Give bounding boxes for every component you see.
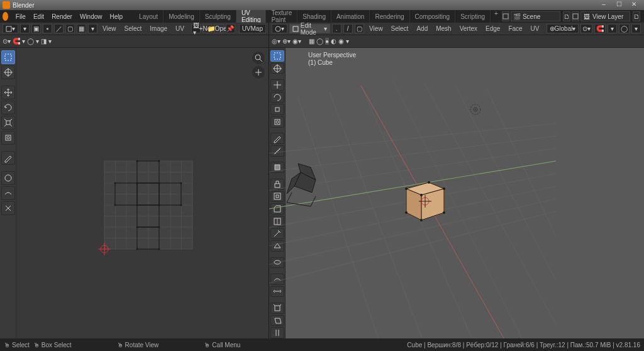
uv-menu-image[interactable]: Image	[147, 25, 170, 32]
uv-canvas[interactable]	[16, 48, 269, 338]
scene-browse-icon[interactable]	[502, 11, 509, 21]
v3d-tool-extrude[interactable]	[270, 179, 284, 190]
uv-sticky-dropdown[interactable]: ▾	[88, 24, 97, 33]
v3d-tool-annotate[interactable]	[270, 133, 284, 144]
mode-dropdown[interactable]: Edit Mode ▾	[289, 24, 330, 33]
tab-texture-paint[interactable]: Texture Paint	[266, 10, 297, 23]
uv-propedit-dropdown[interactable]: ▾	[36, 38, 39, 45]
menu-file[interactable]: File	[12, 13, 30, 20]
shading-matprev[interactable]: ◐	[331, 38, 336, 45]
propedit-dropdown[interactable]: ▾	[631, 24, 641, 33]
menu-window[interactable]: Window	[76, 13, 106, 20]
tool-cursor[interactable]	[1, 65, 15, 79]
uv-menu-select[interactable]: Select	[121, 25, 145, 32]
menu-edit[interactable]: Edit	[30, 13, 48, 20]
blender-icon[interactable]	[3, 12, 8, 21]
propedit-toggle[interactable]: ◯	[619, 24, 630, 33]
minimize-button[interactable]: –	[596, 1, 611, 9]
uv-pivot-dropdown[interactable]: ⊙▾	[3, 38, 11, 45]
uvmap-dropdown[interactable]: UVMap	[239, 24, 266, 33]
viewlayer-name-field[interactable]: 🖼 View Layer	[580, 11, 630, 21]
v3d-menu-add[interactable]: Add	[413, 25, 431, 32]
uv-snap-dropdown[interactable]: ▾	[22, 38, 25, 45]
v3d-tool-rotate[interactable]	[270, 92, 284, 103]
tool-move[interactable]	[1, 86, 15, 99]
scene-new-button[interactable]: 🗋	[563, 11, 570, 21]
tab-uv-editing[interactable]: UV Editing	[236, 10, 267, 23]
shading-rendered[interactable]: ◉	[338, 38, 344, 45]
snap-mode-dropdown[interactable]: ▾	[608, 24, 617, 33]
v3d-tool-shear[interactable]	[270, 315, 284, 326]
snap-toggle[interactable]: 🧲	[594, 24, 606, 33]
v3d-tool-measure[interactable]	[270, 145, 284, 157]
uv-sel-island[interactable]: ▦	[77, 24, 86, 33]
v3d-menu-select[interactable]: Select	[388, 25, 412, 32]
v3d-tool-smooth[interactable]	[270, 274, 284, 285]
editor-type-dropdown[interactable]: ▾	[3, 24, 18, 33]
v3d-menu-edge[interactable]: Edge	[482, 25, 503, 32]
tab-rendering[interactable]: Rendering	[370, 10, 409, 23]
uv-pan-button[interactable]	[252, 66, 265, 79]
tool-grab[interactable]	[1, 171, 15, 185]
v3d-menu-view[interactable]: View	[366, 25, 386, 32]
tool-relax[interactable]	[1, 186, 15, 200]
v3d-tool-rip[interactable]	[270, 327, 284, 338]
tool-transform[interactable]	[1, 131, 15, 145]
v3d-tool-edgeslide[interactable]	[270, 286, 284, 298]
v3d-tool-cursor[interactable]	[270, 63, 284, 74]
tab-compositing[interactable]: Compositing	[410, 10, 456, 23]
uv-live-unwrap[interactable]: ◨	[41, 38, 47, 45]
overlay-toggle[interactable]: ◉▾	[292, 38, 301, 45]
v3d-menu-mesh[interactable]: Mesh	[433, 25, 454, 32]
pivot-dropdown[interactable]: ⊙▾	[580, 24, 592, 33]
uv-menu-view[interactable]: View	[99, 25, 119, 32]
sel-vert-button[interactable]: .	[332, 24, 341, 33]
scene-name-field[interactable]: 🎬 Scene	[511, 11, 560, 21]
image-open-button[interactable]: 📁 Open	[214, 24, 224, 33]
close-button[interactable]: ✕	[626, 1, 641, 9]
menu-render[interactable]: Render	[48, 13, 76, 20]
uv-snap-toggle[interactable]: 🧲	[13, 38, 20, 45]
add-workspace-button[interactable]: +	[491, 10, 502, 23]
v3d-editor-type-dropdown[interactable]: ▾	[272, 24, 287, 33]
uv-sel-vert[interactable]: ▪	[43, 24, 52, 33]
uv-zoom-button[interactable]	[252, 52, 265, 64]
v3d-tool-scale[interactable]	[270, 104, 284, 115]
tab-animation[interactable]: Animation	[331, 10, 370, 23]
tab-modeling[interactable]: Modeling	[164, 10, 200, 23]
xray-toggle[interactable]: ▦	[309, 38, 314, 45]
v3d-tool-transform[interactable]	[270, 116, 284, 128]
orientation-dropdown[interactable]: ⊕ Global ▾	[547, 24, 579, 33]
uv-propedit-toggle[interactable]: ◯	[27, 38, 34, 45]
v3d-menu-uv[interactable]: UV	[528, 25, 543, 32]
tab-layout[interactable]: Layout	[134, 10, 164, 23]
uv-menu-uv[interactable]: UV	[172, 25, 187, 32]
v3d-tool-select-box[interactable]	[270, 50, 284, 62]
v3d-canvas[interactable]: User Perspective (1) Cube X Y Z	[286, 48, 644, 338]
sel-edge-button[interactable]: /	[343, 24, 353, 33]
tab-scripting[interactable]: Scripting	[455, 10, 491, 23]
tool-select-box[interactable]	[1, 50, 15, 64]
image-pin-button[interactable]: 📌	[226, 24, 235, 33]
v3d-tool-polybuild[interactable]	[270, 240, 284, 252]
menu-help[interactable]: Help	[106, 13, 127, 20]
uv-mode-button[interactable]: ▾	[20, 24, 30, 33]
tool-rotate[interactable]	[1, 101, 15, 114]
v3d-tool-move[interactable]	[270, 79, 284, 91]
v3d-menu-vertex[interactable]: Vertex	[457, 25, 480, 32]
tool-pinch[interactable]	[1, 201, 15, 215]
v3d-tool-inset[interactable]	[270, 191, 284, 203]
view-visibility-button[interactable]: ◎▾	[272, 38, 280, 45]
tool-scale[interactable]	[1, 116, 15, 130]
shading-dropdown[interactable]: ▾	[346, 38, 349, 45]
sel-face-button[interactable]: ▢	[355, 24, 365, 33]
v3d-tool-shrink[interactable]	[270, 303, 284, 314]
tab-shading[interactable]: Shading	[297, 10, 331, 23]
maximize-button[interactable]: ☐	[611, 1, 626, 9]
viewlayer-browse-icon[interactable]	[572, 11, 579, 21]
tab-sculpting[interactable]: Sculpting	[200, 10, 236, 23]
gizmo-toggle[interactable]: ⊕▾	[282, 38, 291, 45]
uv-display-dropdown[interactable]: ▾	[48, 38, 52, 45]
v3d-menu-face[interactable]: Face	[505, 25, 525, 32]
v3d-tool-knife[interactable]	[270, 228, 284, 240]
